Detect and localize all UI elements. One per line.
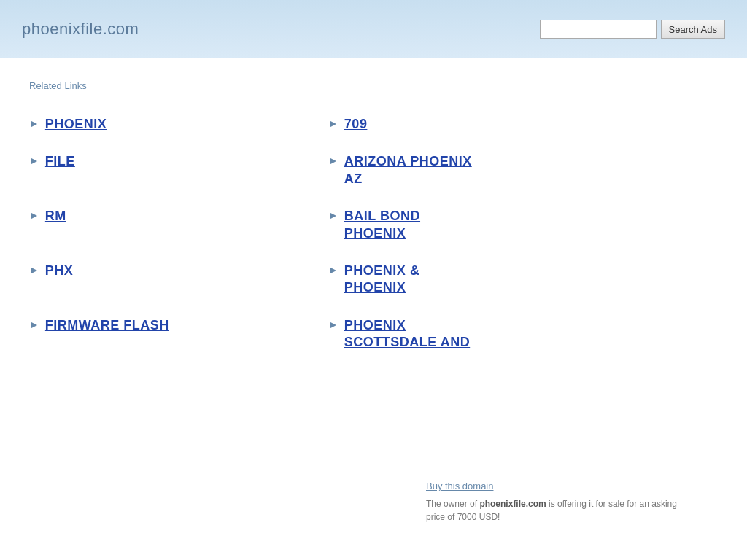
list-item: ► FILE [29,143,299,198]
arrow-icon: ► [328,209,338,221]
link-phoenix-scottsdale[interactable]: PHOENIXSCOTTSDALE AND [344,317,470,351]
list-item: ► PHOENIX [29,106,299,143]
arrow-icon: ► [29,209,39,221]
footer-domain-name: phoenixfile.com [479,499,546,509]
footer-description: The owner of phoenixfile.com is offering… [426,497,689,524]
buy-domain-link[interactable]: Buy this domain [426,481,689,491]
site-title: phoenixfile.com [22,20,139,39]
links-grid: ► PHOENIX ► 709 ► FILE ► ARIZONA PHOENIX… [29,106,598,362]
arrow-icon: ► [29,319,39,330]
arrow-icon: ► [29,117,39,129]
arrow-icon: ► [328,264,338,276]
search-input[interactable] [540,20,657,39]
footer-area: Buy this domain The owner of phoenixfile… [426,481,689,524]
list-item: ► RM [29,198,299,252]
search-button[interactable]: Search Ads [661,20,726,39]
header: phoenixfile.com Search Ads [0,0,747,58]
list-item: ► PHOENIX &PHOENIX [328,252,598,307]
link-phoenix-phoenix[interactable]: PHOENIX &PHOENIX [344,262,420,297]
link-arizona-phoenix-az[interactable]: ARIZONA PHOENIXAZ [344,153,472,187]
related-links-label: Related Links [29,80,718,91]
arrow-icon: ► [29,264,39,276]
arrow-icon: ► [328,117,338,129]
search-area: Search Ads [540,20,726,39]
arrow-icon: ► [328,319,338,330]
link-phx[interactable]: PHX [45,262,74,279]
link-file[interactable]: FILE [45,153,75,170]
link-phoenix[interactable]: PHOENIX [45,116,107,133]
link-709[interactable]: 709 [344,116,368,133]
list-item: ► BAIL BONDPHOENIX [328,198,598,252]
link-rm[interactable]: RM [45,208,66,225]
footer-text-prefix: The owner of [426,499,479,509]
link-firmware-flash[interactable]: FIRMWARE FLASH [45,317,169,334]
link-bail-bond-phoenix[interactable]: BAIL BONDPHOENIX [344,208,420,242]
list-item: ► 709 [328,106,598,143]
main-content: Related Links ► PHOENIX ► 709 ► FILE ► A… [0,58,747,384]
list-item: ► PHOENIXSCOTTSDALE AND [328,307,598,362]
list-item: ► ARIZONA PHOENIXAZ [328,143,598,198]
list-item: ► PHX [29,252,299,307]
arrow-icon: ► [328,155,338,166]
arrow-icon: ► [29,155,39,166]
list-item: ► FIRMWARE FLASH [29,307,299,362]
